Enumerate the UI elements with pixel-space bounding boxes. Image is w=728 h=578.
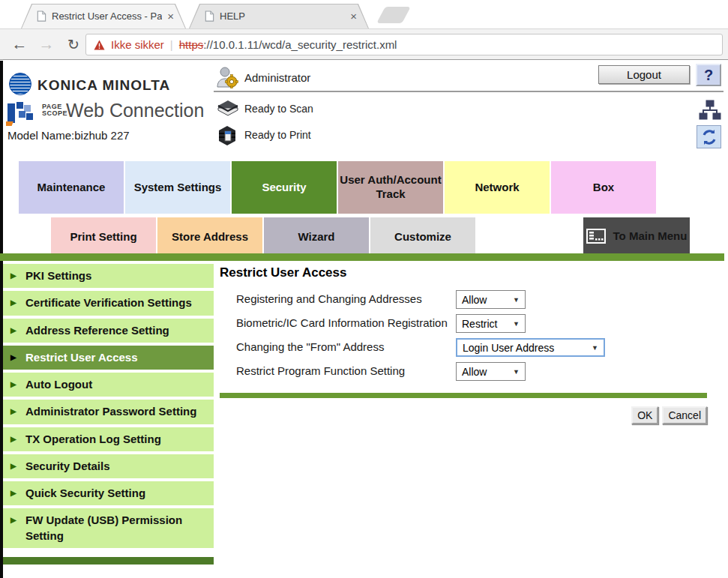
selected-value: Allow <box>462 294 487 306</box>
tab-user-auth-account-track[interactable]: User Auth/Account Track <box>338 161 443 214</box>
sidebar-item-pki-settings[interactable]: ▶PKI Settings <box>3 264 214 288</box>
sidebar-item-fw-update-usb-permission-setting[interactable]: ▶FW Update (USB) Permission Setting <box>3 508 214 548</box>
browser-toolbar: ← → ↻ Ikke sikker | https://10.0.1.11/wc… <box>0 28 728 60</box>
screen: Restrict User Access - Pag × HELP × ← → … <box>0 0 728 578</box>
konica-globe-icon <box>9 73 31 95</box>
browser-tab-help[interactable]: HELP × <box>189 4 369 28</box>
status-ready-to-scan: Ready to Scan <box>216 98 441 119</box>
administrator-user-icon <box>216 66 238 88</box>
browser-tabstrip: Restrict User Access - Pag × HELP × <box>0 0 728 28</box>
sidebar-item-security-details[interactable]: ▶Security Details <box>3 454 214 478</box>
arrow-icon: ▶ <box>10 406 16 417</box>
arrow-icon: ▶ <box>10 515 16 526</box>
sidebar-item-quick-security-setting[interactable]: ▶Quick Security Setting <box>3 481 214 505</box>
green-accent-bar <box>0 253 724 261</box>
pagescope-logo-icon <box>6 100 39 127</box>
pagescope-small-text: PAGE SCOPE <box>42 103 67 118</box>
setting-label: Restrict Program Function Setting <box>236 364 456 379</box>
omnibox-separator: | <box>170 38 173 51</box>
chevron-down-icon: ▼ <box>592 344 598 352</box>
tab-box[interactable]: Box <box>551 161 656 214</box>
setting-row-restrict-program-function: Restrict Program Function Setting Allow▼ <box>236 362 707 381</box>
setting-row-registering-addresses: Registering and Changing Addresses Allow… <box>236 290 707 309</box>
tab-print-setting[interactable]: Print Setting <box>51 217 156 255</box>
to-main-menu-label: To Main Menu <box>613 229 688 243</box>
help-button[interactable]: ? <box>696 64 721 86</box>
setting-row-biometric-ic-card: Biometric/IC Card Information Registrati… <box>236 314 707 333</box>
security-menu-sidebar: ▶PKI Settings ▶Certificate Verification … <box>3 264 214 565</box>
product-name: Web Connection <box>66 100 204 121</box>
sidebar-item-certificate-verification-settings[interactable]: ▶Certificate Verification Settings <box>3 291 214 315</box>
content-divider-bar <box>220 393 707 398</box>
tab-customize[interactable]: Customize <box>370 217 475 255</box>
arrow-icon: ▶ <box>10 352 16 363</box>
arrow-icon: ▶ <box>10 379 16 390</box>
sub-tab-bar: Print Setting Store Address Wizard Custo… <box>51 217 475 255</box>
model-name: Model Name:bizhub 227 <box>7 129 130 142</box>
status-text: Ready to Scan <box>244 103 313 115</box>
sidebar-item-tx-operation-log-setting[interactable]: ▶TX Operation Log Setting <box>3 427 214 451</box>
restrict-program-function-select[interactable]: Allow▼ <box>456 362 526 381</box>
arrow-icon: ▶ <box>10 434 16 445</box>
tab-security[interactable]: Security <box>232 161 337 214</box>
new-tab-button[interactable] <box>376 7 411 23</box>
main-tab-bar: Maintenance System Settings Security Use… <box>19 161 656 214</box>
sidebar-item-address-reference-setting[interactable]: ▶Address Reference Setting <box>3 319 214 343</box>
sidebar-item-administrator-password-setting[interactable]: ▶Administrator Password Setting <box>3 400 214 424</box>
not-secure-warning-icon <box>94 40 105 50</box>
chevron-down-icon: ▼ <box>513 368 520 376</box>
chevron-down-icon: ▼ <box>513 320 520 328</box>
action-buttons: OK Cancel <box>220 406 707 424</box>
security-warning-text[interactable]: Ikke sikker <box>111 38 164 51</box>
header-divider <box>214 91 724 92</box>
url-text[interactable]: https://10.0.1.11/wcd/a_security_restric… <box>179 38 397 51</box>
sidebar-item-auto-logout[interactable]: ▶Auto Logout <box>3 373 214 397</box>
status-text: Ready to Print <box>244 129 311 141</box>
tab-close-icon[interactable]: × <box>167 10 174 22</box>
webconnection-page: KONICA MINOLTA PAGE SCOPE Web Connection… <box>0 61 728 578</box>
printer-icon <box>216 124 238 147</box>
scanner-icon <box>216 98 240 116</box>
page-title: Restrict User Access <box>220 265 707 280</box>
brand-logo-text: KONICA MINOLTA <box>37 77 170 94</box>
setting-label: Changing the "From" Address <box>236 340 456 355</box>
sidebar-item-restrict-user-access[interactable]: ▶Restrict User Access <box>3 346 214 370</box>
sidebar-footer-bar <box>3 557 214 565</box>
setting-label: Registering and Changing Addresses <box>236 292 456 307</box>
restrict-user-access-panel: Restrict User Access Registering and Cha… <box>220 265 707 424</box>
tab-store-address[interactable]: Store Address <box>157 217 262 255</box>
address-bar[interactable]: Ikke sikker | https://10.0.1.11/wcd/a_se… <box>85 34 723 55</box>
url-scheme-strikethrough: https <box>179 38 204 51</box>
status-ready-to-print: Ready to Print <box>216 124 441 147</box>
tab-close-icon[interactable]: × <box>350 10 357 22</box>
forward-icon: → <box>34 29 58 59</box>
tab-maintenance[interactable]: Maintenance <box>19 161 124 214</box>
arrow-icon: ▶ <box>10 325 16 336</box>
back-icon[interactable]: ← <box>7 29 31 59</box>
reload-icon[interactable]: ↻ <box>61 29 85 59</box>
tab-system-settings[interactable]: System Settings <box>125 161 230 214</box>
page-favicon-icon <box>204 10 214 22</box>
to-main-menu-button[interactable]: To Main Menu <box>583 217 690 255</box>
setting-row-changing-from-address: Changing the "From" Address Login User A… <box>236 338 707 357</box>
arrow-icon: ▶ <box>10 488 16 499</box>
arrow-icon: ▶ <box>10 271 16 281</box>
setting-label: Biometric/IC Card Information Registrati… <box>236 316 456 331</box>
network-icon[interactable] <box>699 100 721 121</box>
tab-wizard[interactable]: Wizard <box>264 217 369 255</box>
selected-value: Login User Address <box>463 342 554 354</box>
logout-button[interactable]: Logout <box>598 65 690 84</box>
registering-addresses-select[interactable]: Allow▼ <box>456 290 526 309</box>
arrow-icon: ▶ <box>10 298 16 308</box>
browser-tab-active[interactable]: Restrict User Access - Pag × <box>21 4 186 28</box>
refresh-icon <box>701 129 718 145</box>
tab-network[interactable]: Network <box>445 161 550 214</box>
main-menu-icon <box>586 229 606 244</box>
selected-value: Allow <box>462 366 487 378</box>
changing-from-address-select[interactable]: Login User Address▼ <box>456 338 605 357</box>
cancel-button[interactable]: Cancel <box>662 406 707 424</box>
refresh-button[interactable] <box>697 125 721 148</box>
ok-button[interactable]: OK <box>631 406 658 424</box>
biometric-ic-card-select[interactable]: Restrict▼ <box>456 314 526 333</box>
selected-value: Restrict <box>462 318 497 330</box>
